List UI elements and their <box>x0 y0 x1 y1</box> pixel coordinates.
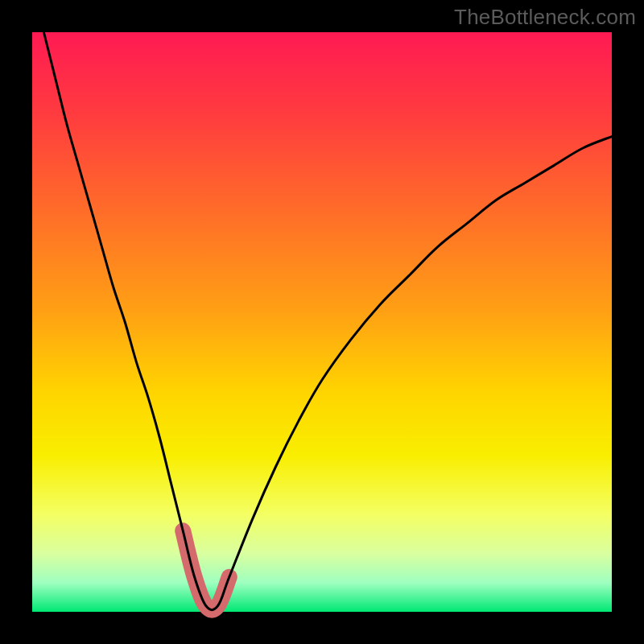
curve-svg <box>32 32 612 612</box>
chart-frame: TheBottleneck.com <box>0 0 644 644</box>
plot-area <box>32 32 612 612</box>
watermark-text: TheBottleneck.com <box>454 5 636 30</box>
bottleneck-curve <box>43 32 612 610</box>
